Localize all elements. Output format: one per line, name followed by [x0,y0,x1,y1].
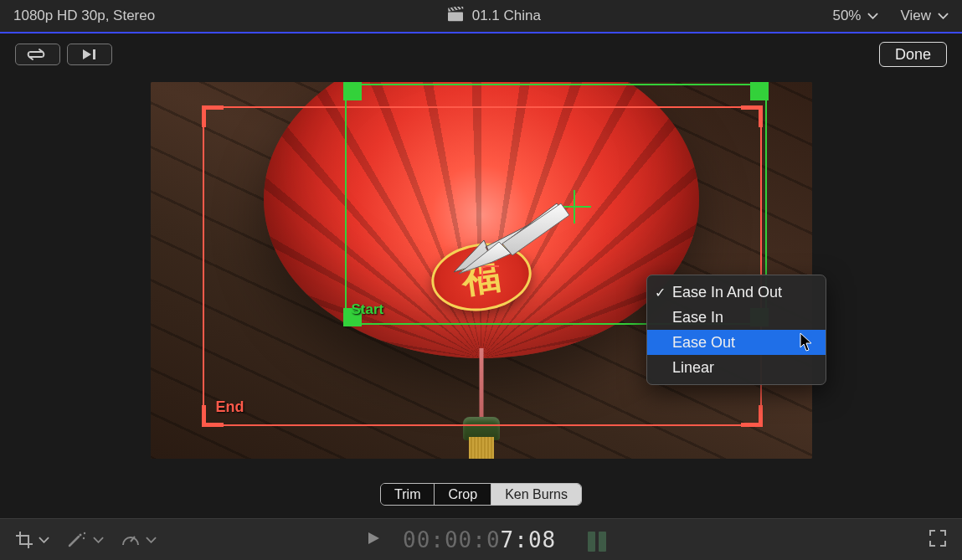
enhance-tool-menu[interactable] [66,531,104,549]
mode-trim-button[interactable]: Trim [381,484,435,505]
play-button[interactable] [366,531,386,549]
crop-mode-segmented-control[interactable]: TrimCropKen Burns [380,483,582,506]
speedometer-icon [121,531,141,549]
chevron-down-icon [938,13,949,19]
timecode-leading: 00:00:0 [403,527,501,552]
zoom-menu[interactable]: 50% [832,8,878,24]
swap-arrows-icon [26,48,49,61]
preview-ken-burns-button[interactable] [67,44,112,65]
view-menu[interactable]: View [900,8,949,24]
timeline-toolbar: 00:00:07:08 [0,518,962,560]
zoom-level-label: 50% [832,8,861,24]
swap-start-end-button[interactable] [15,44,60,65]
chevron-down-icon [39,537,49,543]
mouse-cursor-icon [800,332,815,352]
svg-point-9 [84,532,85,533]
svg-point-7 [80,533,82,536]
svg-point-8 [83,537,85,538]
mode-crop-button[interactable]: Crop [435,484,491,505]
easing-option-ease-in-and-out[interactable]: Ease In And Out [647,280,826,305]
fullscreen-icon [929,529,947,547]
play-to-end-icon [78,48,101,61]
timecode-display[interactable]: 00:00:07:08 [403,527,556,552]
fullscreen-button[interactable] [929,529,947,551]
play-icon [366,531,381,546]
svg-rect-0 [448,12,463,21]
crop-icon [15,531,33,549]
viewer-toolbar: Done [0,33,962,75]
retime-tool-menu[interactable] [121,531,157,549]
done-button[interactable]: Done [879,42,947,67]
easing-option-ease-in[interactable]: Ease In [647,305,826,330]
format-label: 1080p HD 30p, Stereo [13,8,155,24]
crop-tool-menu[interactable] [15,531,49,549]
svg-marker-2 [83,49,91,59]
clapperboard-icon [447,7,464,26]
clip-title: 01.1 China [472,8,541,24]
svg-marker-11 [368,532,379,544]
mode-ken-burns-button[interactable]: Ken Burns [491,484,581,505]
easing-context-menu[interactable]: Ease In And OutEase InEase OutLinear [646,275,826,385]
view-menu-label: View [900,8,931,24]
end-frame-center-crosshair [466,249,499,283]
timecode-trailing: 7:08 [501,527,557,552]
chevron-down-icon [146,537,157,543]
viewer-info-bar: 1080p HD 30p, Stereo 01.1 China 50% View [0,0,962,33]
easing-option-linear[interactable]: Linear [647,355,826,380]
audio-meter [588,528,606,552]
chevron-down-icon [867,13,878,19]
chevron-down-icon [93,537,104,543]
svg-rect-3 [93,49,95,59]
viewer-canvas[interactable]: 福 End Start [151,82,812,459]
magic-wand-icon [66,531,88,549]
